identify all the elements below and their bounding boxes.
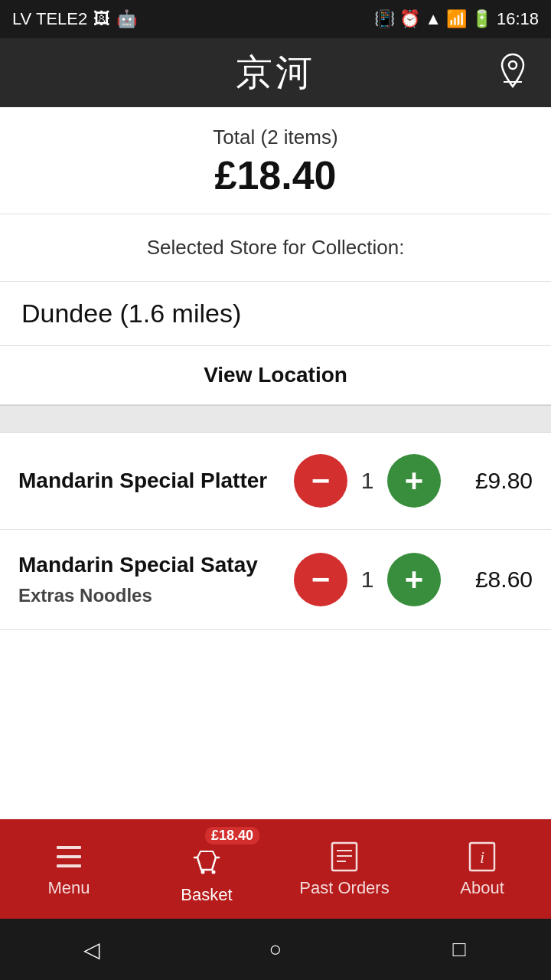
section-divider <box>0 405 551 433</box>
item-1-increase-button[interactable]: + <box>387 454 441 508</box>
battery-icon: 🔋 <box>471 9 492 29</box>
past-orders-nav-icon <box>328 840 361 874</box>
wifi-icon: ▲ <box>425 9 442 29</box>
store-name: Dundee (1.6 miles) <box>21 299 241 328</box>
store-name-section: Dundee (1.6 miles) <box>0 282 551 346</box>
image-icon: 🖼 <box>93 9 110 29</box>
bottom-nav: Menu £18.40 Basket Past Orders <box>0 819 551 919</box>
about-nav-label: About <box>460 878 504 898</box>
signal-icon: 📶 <box>446 9 467 29</box>
basket-nav-icon <box>190 847 223 880</box>
basket-nav-label: Basket <box>181 885 232 905</box>
item-2-price: £8.60 <box>456 567 533 593</box>
status-bar: LV TELE2 🖼 🤖 📳 ⏰ ▲ 📶 🔋 16:18 <box>0 0 551 38</box>
past-orders-nav-label: Past Orders <box>299 878 389 898</box>
selected-store-section: Selected Store for Collection: <box>0 214 551 282</box>
status-right: 📳 ⏰ ▲ 📶 🔋 16:18 <box>374 9 539 29</box>
time-label: 16:18 <box>497 9 539 29</box>
alarm-icon: ⏰ <box>399 9 420 29</box>
svg-rect-3 <box>57 864 81 867</box>
svg-text:i: i <box>480 848 484 867</box>
nav-basket[interactable]: £18.40 Basket <box>138 819 276 919</box>
item-2-decrease-button[interactable]: − <box>294 553 347 606</box>
item-2-extras: Extras Noodles <box>18 583 294 607</box>
about-nav-icon: i <box>465 840 499 874</box>
back-button[interactable]: ◁ <box>69 926 115 972</box>
carrier-label: LV TELE2 <box>12 9 87 29</box>
total-label: Total (2 items) <box>15 126 536 149</box>
system-nav: ◁ ○ □ <box>0 919 551 980</box>
item-2-name: Mandarin Special Satay Extras Noodles <box>18 551 294 608</box>
location-icon-button[interactable] <box>493 51 533 94</box>
total-amount: £18.40 <box>15 152 536 198</box>
svg-rect-2 <box>57 855 81 858</box>
svg-point-0 <box>509 61 517 69</box>
status-left: LV TELE2 🖼 🤖 <box>12 9 137 29</box>
recent-button[interactable]: □ <box>436 926 482 972</box>
home-button[interactable]: ○ <box>253 926 298 972</box>
view-location-button[interactable]: View Location <box>204 363 347 387</box>
item-2-increase-button[interactable]: + <box>387 553 441 606</box>
cart-item-1: Mandarin Special Platter − 1 + £9.80 <box>0 433 551 530</box>
svg-point-4 <box>201 871 205 874</box>
menu-nav-label: Menu <box>47 878 90 898</box>
item-2-controls: − 1 + <box>294 553 441 606</box>
nav-menu[interactable]: Menu <box>0 819 138 919</box>
item-1-controls: − 1 + <box>294 454 441 508</box>
item-1-quantity: 1 <box>358 468 377 494</box>
basket-badge: £18.40 <box>204 825 261 846</box>
selected-store-label: Selected Store for Collection: <box>147 236 405 259</box>
item-1-decrease-button[interactable]: − <box>294 454 347 508</box>
app-header: 京河 <box>0 38 551 107</box>
nav-past-orders[interactable]: Past Orders <box>276 819 413 919</box>
android-icon: 🤖 <box>116 9 137 29</box>
vibrate-icon: 📳 <box>374 9 395 29</box>
svg-point-5 <box>212 871 216 874</box>
item-1-price: £9.80 <box>456 468 533 494</box>
view-location-section[interactable]: View Location <box>0 346 551 405</box>
cart-item-2: Mandarin Special Satay Extras Noodles − … <box>0 530 551 630</box>
total-section: Total (2 items) £18.40 <box>0 107 551 214</box>
nav-about[interactable]: i About <box>413 819 551 919</box>
item-1-name: Mandarin Special Platter <box>18 467 294 495</box>
app-logo: 京河 <box>236 48 315 97</box>
item-2-quantity: 1 <box>358 567 377 593</box>
menu-nav-icon <box>52 840 86 874</box>
svg-rect-1 <box>57 846 81 849</box>
